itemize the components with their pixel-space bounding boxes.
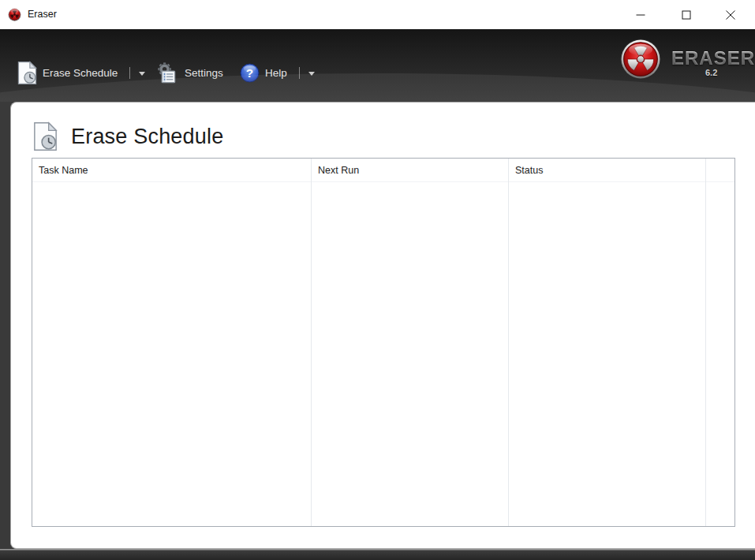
column-task-name: Task Name: [32, 159, 312, 526]
help-icon: ?: [240, 63, 260, 83]
column-spacer: [706, 159, 734, 526]
column-header-spacer: [706, 159, 734, 182]
toolbar-separator: [299, 67, 300, 79]
toolbar-erase-schedule-label: Erase Schedule: [43, 67, 118, 79]
toolbar-erase-schedule-button[interactable]: Erase Schedule: [17, 59, 145, 86]
radiation-logo-icon: [620, 39, 661, 80]
toolbar-settings-label: Settings: [185, 67, 223, 79]
toolbar-separator: [129, 67, 130, 79]
page-heading: Erase Schedule: [33, 121, 223, 151]
close-icon: [726, 9, 736, 20]
toolbar-help-label: Help: [265, 67, 287, 79]
minimize-icon: [636, 10, 645, 20]
title-bar[interactable]: Eraser: [0, 0, 755, 29]
task-list[interactable]: Task Name Next Run Status: [32, 158, 735, 527]
erase-schedule-dropdown-icon[interactable]: [139, 72, 145, 76]
erase-schedule-icon: [33, 121, 58, 151]
eraser-app-icon: [8, 8, 21, 21]
column-header-task-name[interactable]: Task Name: [32, 159, 311, 182]
maximize-icon: [682, 10, 691, 20]
column-header-next-run[interactable]: Next Run: [312, 159, 508, 182]
maximize-button[interactable]: [668, 0, 705, 29]
toolbar-settings-button[interactable]: Settings: [155, 59, 223, 86]
logo-version: 6.2: [705, 68, 717, 77]
column-status: Status: [509, 159, 706, 526]
toolbar-help-button[interactable]: ? Help: [240, 59, 315, 86]
toolbar: Erase Schedule: [0, 29, 755, 102]
minimize-button[interactable]: [622, 0, 659, 29]
status-bar: [0, 549, 755, 560]
content-panel: Erase Schedule Task Name Next Run Status: [10, 102, 755, 549]
logo-wordmark: ERASER: [671, 47, 755, 69]
column-next-run: Next Run: [312, 159, 509, 526]
close-button[interactable]: [712, 0, 749, 29]
settings-icon: [155, 61, 179, 85]
page-title: Erase Schedule: [71, 125, 223, 149]
help-dropdown-icon[interactable]: [308, 72, 315, 76]
column-header-status[interactable]: Status: [509, 159, 705, 182]
window-title: Eraser: [28, 0, 57, 29]
erase-schedule-icon: [17, 61, 37, 85]
question-mark-glyph: ?: [246, 66, 253, 80]
